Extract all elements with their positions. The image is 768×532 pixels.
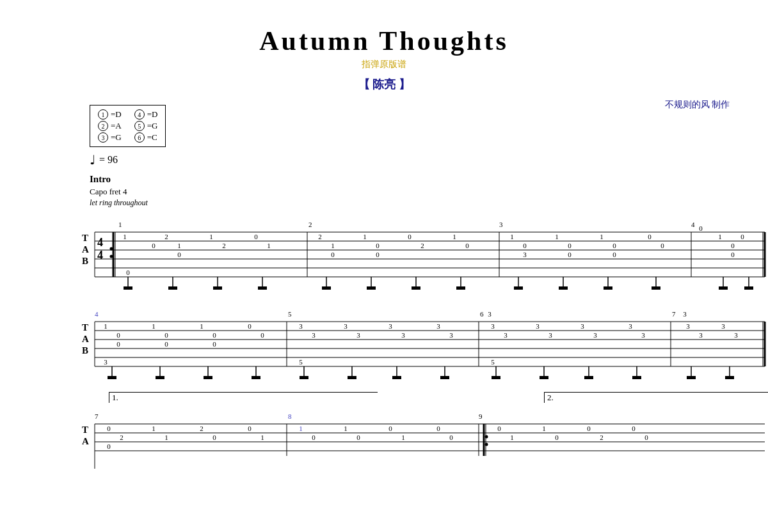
- ending-1-bracket: 1.: [109, 392, 378, 403]
- svg-text:3: 3: [344, 322, 348, 330]
- string-6-num: 6: [134, 132, 145, 143]
- svg-text:3: 3: [312, 331, 316, 339]
- tempo-section: ♩ = 96: [90, 152, 730, 168]
- svg-text:1: 1: [510, 233, 514, 240]
- svg-text:0: 0: [107, 442, 111, 450]
- svg-text:3: 3: [488, 310, 492, 318]
- svg-text:T: T: [82, 233, 88, 243]
- artist-name: 【 陈亮 】: [38, 77, 730, 92]
- tuning-row-6: 6 =C: [134, 132, 158, 143]
- svg-text:0: 0: [248, 425, 252, 432]
- svg-text:2: 2: [164, 233, 168, 240]
- svg-text:5: 5: [288, 310, 292, 318]
- svg-text:3: 3: [299, 322, 303, 330]
- svg-text:1: 1: [200, 322, 204, 330]
- svg-text:0: 0: [612, 242, 616, 249]
- svg-text:0: 0: [436, 425, 440, 432]
- svg-text:3: 3: [641, 331, 645, 339]
- svg-text:0: 0: [248, 322, 252, 330]
- svg-text:1: 1: [299, 425, 303, 432]
- svg-rect-52: [367, 286, 376, 290]
- svg-text:3: 3: [536, 322, 540, 330]
- tuning-box: 1 =D 4 =D 2 =A 5 =G 3 =G: [90, 105, 166, 147]
- svg-text:0: 0: [116, 331, 120, 339]
- svg-text:1: 1: [267, 242, 271, 249]
- svg-text:3: 3: [523, 251, 527, 258]
- note-symbol: ♩: [90, 152, 95, 168]
- svg-text:0: 0: [212, 331, 216, 339]
- svg-rect-47: [322, 286, 331, 290]
- svg-text:1: 1: [177, 242, 181, 249]
- capo-text: Capo fret 4: [90, 187, 730, 197]
- svg-text:1: 1: [331, 242, 335, 249]
- svg-text:0: 0: [587, 425, 591, 432]
- svg-text:T: T: [82, 425, 88, 435]
- svg-text:0: 0: [408, 233, 412, 240]
- title-section: Autumn Thoughts 指弹原版谱: [38, 26, 730, 70]
- svg-text:3: 3: [699, 331, 703, 339]
- svg-text:3: 3: [491, 322, 495, 330]
- svg-text:1: 1: [363, 233, 367, 240]
- svg-text:B: B: [82, 345, 88, 356]
- svg-text:0: 0: [212, 434, 216, 441]
- svg-text:4: 4: [691, 221, 695, 228]
- svg-text:0: 0: [699, 224, 703, 232]
- svg-text:0: 0: [388, 425, 392, 432]
- svg-text:0: 0: [376, 251, 380, 258]
- svg-text:9: 9: [479, 412, 483, 420]
- svg-text:3: 3: [356, 331, 360, 339]
- svg-rect-132: [300, 376, 308, 379]
- producer-label: 不规则的风 制作: [665, 99, 730, 111]
- string-2-eq: =A: [111, 121, 122, 131]
- tab-staff-svg-3: T A 7 8 9 0 2 0 1 1: [77, 405, 768, 481]
- string-3-num: 3: [98, 132, 108, 143]
- svg-text:0: 0: [497, 425, 501, 432]
- svg-text:1: 1: [209, 233, 213, 240]
- svg-rect-162: [632, 376, 641, 379]
- tab-staff-row-1: T A B 4 4 1 2 3 4: [77, 213, 730, 290]
- tuning-row-4: 4 =D: [134, 109, 158, 120]
- svg-text:2: 2: [318, 233, 322, 240]
- svg-text:0: 0: [260, 331, 264, 339]
- svg-rect-60: [456, 286, 465, 290]
- svg-text:2: 2: [308, 221, 312, 228]
- svg-text:1: 1: [118, 221, 122, 228]
- svg-rect-56: [412, 286, 420, 290]
- string-4-num: 4: [134, 109, 145, 120]
- svg-rect-136: [348, 376, 356, 379]
- svg-text:3: 3: [499, 221, 503, 228]
- svg-text:0: 0: [568, 251, 572, 258]
- tuning-row-1: 1 =D: [98, 109, 122, 120]
- tuning-grid: 1 =D 4 =D 2 =A 5 =G 3 =G: [98, 109, 157, 143]
- svg-text:3: 3: [721, 322, 725, 330]
- svg-rect-150: [492, 376, 500, 379]
- svg-rect-85: [719, 286, 728, 290]
- svg-text:3: 3: [449, 331, 453, 339]
- svg-text:3: 3: [593, 331, 597, 339]
- intro-label: Intro: [90, 174, 730, 185]
- svg-rect-167: [687, 376, 696, 379]
- svg-text:A: A: [82, 436, 89, 446]
- subtitle: 指弹原版谱: [38, 59, 730, 70]
- svg-text:0: 0: [212, 340, 216, 348]
- svg-text:7: 7: [672, 310, 676, 318]
- svg-text:0: 0: [523, 242, 527, 249]
- string-3-eq: =G: [111, 132, 122, 143]
- tab-staff-svg-1: T A B 4 4 1 2 3 4: [77, 213, 768, 290]
- main-title: Autumn Thoughts: [38, 26, 730, 56]
- let-ring-text: let ring throughout: [90, 198, 730, 208]
- svg-text:1: 1: [344, 425, 348, 432]
- svg-text:0: 0: [177, 251, 181, 258]
- svg-text:5: 5: [491, 358, 495, 366]
- svg-text:2: 2: [222, 242, 226, 249]
- svg-rect-144: [440, 376, 449, 379]
- svg-text:3: 3: [548, 331, 552, 339]
- svg-text:4: 4: [97, 249, 103, 262]
- tab-staff-row-2: T A B 4 5 6 7 1 0: [77, 302, 730, 379]
- svg-text:0: 0: [152, 242, 156, 249]
- svg-text:4: 4: [97, 236, 103, 249]
- svg-text:0: 0: [555, 434, 559, 441]
- svg-text:0: 0: [164, 331, 168, 339]
- svg-text:0: 0: [312, 434, 316, 441]
- svg-rect-38: [213, 286, 222, 290]
